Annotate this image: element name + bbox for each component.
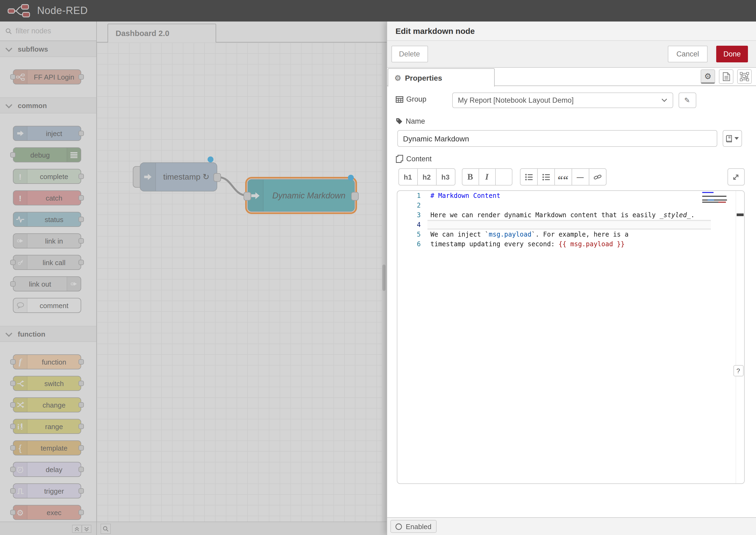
node-appearance-button[interactable]: [737, 70, 752, 84]
link-button[interactable]: [589, 168, 606, 185]
palette-node-change[interactable]: change: [13, 397, 81, 412]
palette-category-function[interactable]: function: [0, 326, 96, 342]
palette-node-delay[interactable]: delay: [13, 462, 81, 477]
output-port: [78, 174, 84, 179]
node-dynamic-markdown[interactable]: Dynamic Markdown: [247, 179, 355, 212]
italic-button[interactable]: I: [478, 168, 495, 185]
code-button[interactable]: [495, 168, 512, 185]
palette-node-link-call[interactable]: link call: [13, 255, 81, 270]
table-icon: [396, 96, 403, 102]
palette-filter-input[interactable]: [15, 27, 86, 35]
bold-button[interactable]: B: [462, 168, 479, 185]
edit-tray: Edit markdown node Delete Cancel Done ⚙ …: [386, 21, 756, 535]
palette-collapse-all-button[interactable]: [72, 525, 82, 533]
ordered-list-button[interactable]: [520, 168, 537, 185]
palette-node-label: inject: [27, 127, 81, 140]
scrollbar-thumb[interactable]: [382, 265, 385, 291]
palette-node-status[interactable]: status: [13, 212, 81, 227]
minimap[interactable]: [702, 192, 727, 235]
editor-line-1[interactable]: 1# Markdown Content: [397, 191, 744, 201]
output-port: [78, 359, 84, 365]
node-description-button[interactable]: [719, 70, 733, 84]
palette-node-range[interactable]: range: [13, 419, 81, 434]
palette-category-common[interactable]: common: [0, 97, 96, 113]
markdown-code-editor[interactable]: 1# Markdown Content23Here we can render …: [397, 190, 744, 484]
input-port[interactable]: [243, 192, 251, 200]
horizontal-rule-button[interactable]: —: [571, 168, 589, 185]
flow-canvas[interactable]: timestamp ↻ Dynamic Markdown: [97, 42, 386, 521]
link-icon: [593, 173, 602, 181]
name-field-label: Name: [396, 117, 425, 125]
output-port[interactable]: [213, 173, 221, 182]
canvas-vertical-scrollbar[interactable]: [381, 42, 386, 521]
input-port: [10, 510, 15, 515]
output-port: [78, 238, 84, 243]
input-port: [10, 281, 15, 287]
palette-node-template[interactable]: {template: [13, 440, 81, 455]
line-number: 5: [397, 230, 421, 239]
unordered-list-button[interactable]: [537, 168, 555, 185]
expand-editor-button[interactable]: [727, 168, 744, 185]
palette-node-label: complete: [27, 169, 81, 183]
palette-expand-all-button[interactable]: [82, 525, 91, 533]
blockquote-button[interactable]: ““: [554, 168, 572, 185]
chevron-down-icon: [5, 101, 12, 108]
palette-category-subflows[interactable]: subflows: [0, 41, 96, 57]
palette-node-debug[interactable]: debug: [13, 147, 81, 162]
name-type-button[interactable]: [722, 130, 742, 147]
editor-line-5[interactable]: 5We can inject `msg.payload`. For exampl…: [397, 230, 744, 239]
line-number: 2: [397, 201, 421, 210]
palette-filter[interactable]: [0, 21, 96, 41]
node-settings-button[interactable]: ⚙: [701, 70, 715, 84]
enabled-toggle-button[interactable]: Enabled: [390, 520, 436, 533]
palette-node-link-out[interactable]: link out: [13, 276, 81, 292]
group-field-label: Group: [396, 95, 426, 103]
palette-node-ff-api-login[interactable]: FF API Login: [13, 70, 81, 84]
circle-icon: [395, 523, 402, 530]
palette-node-switch[interactable]: switch: [13, 376, 81, 391]
node-label: Dynamic Markdown: [264, 180, 354, 211]
cancel-button[interactable]: Cancel: [668, 46, 708, 62]
output-port[interactable]: [351, 192, 359, 200]
editor-line-6[interactable]: 6timestamp updating every second: {{ msg…: [397, 239, 744, 249]
tab-properties[interactable]: ⚙ Properties: [387, 68, 494, 87]
output-port: [78, 402, 84, 408]
md-expand-group: [727, 168, 744, 185]
palette-node-catch[interactable]: !catch: [13, 190, 81, 205]
edit-group-button[interactable]: ✎: [678, 93, 696, 108]
delete-button[interactable]: Delete: [391, 46, 428, 62]
palette-node-trigger[interactable]: trigger: [13, 483, 81, 498]
canvas-search-button[interactable]: [100, 524, 111, 534]
tag-icon: [396, 118, 403, 125]
h1-button[interactable]: h1: [398, 168, 417, 185]
palette-node-link-in[interactable]: link in: [13, 233, 81, 248]
palette-node-exec[interactable]: ⚙exec: [13, 505, 81, 520]
editor-line-2[interactable]: 2: [397, 201, 744, 210]
palette-node-complete[interactable]: !complete: [13, 169, 81, 184]
palette-node-comment[interactable]: comment: [13, 298, 81, 313]
editor-line-4[interactable]: 4: [397, 220, 744, 230]
document-icon: [722, 72, 730, 81]
h2-button[interactable]: h2: [417, 168, 436, 185]
node-timestamp[interactable]: timestamp ↻: [140, 162, 217, 191]
palette-node-label: trigger: [27, 484, 81, 498]
input-port: [10, 260, 15, 265]
palette-node-function[interactable]: ffunction: [13, 354, 81, 369]
flow-tab-dashboard-2-0[interactable]: Dashboard 2.0: [107, 24, 216, 42]
editor-line-3[interactable]: 3Here we can render dynamic Markdown con…: [397, 210, 744, 220]
wire[interactable]: [97, 42, 386, 521]
ordered-list-icon: [524, 173, 533, 181]
node-palette: subflowsFF API Logincommoninjectdebug!co…: [0, 21, 97, 535]
debug-list-icon: [67, 148, 81, 162]
app-header: Node-RED: [0, 0, 756, 21]
palette-node-inject[interactable]: inject: [13, 126, 81, 141]
palette-node-label: function: [27, 355, 81, 369]
editor-help-button[interactable]: ?: [733, 365, 743, 377]
name-input[interactable]: [397, 130, 717, 147]
inject-arrow-icon: [14, 127, 27, 140]
group-select[interactable]: My Report [Notebook Layout Demo]: [452, 93, 673, 108]
h3-button[interactable]: h3: [436, 168, 455, 185]
palette-category-label: function: [18, 330, 45, 338]
expand-icon: [732, 173, 739, 181]
done-button[interactable]: Done: [716, 46, 748, 62]
